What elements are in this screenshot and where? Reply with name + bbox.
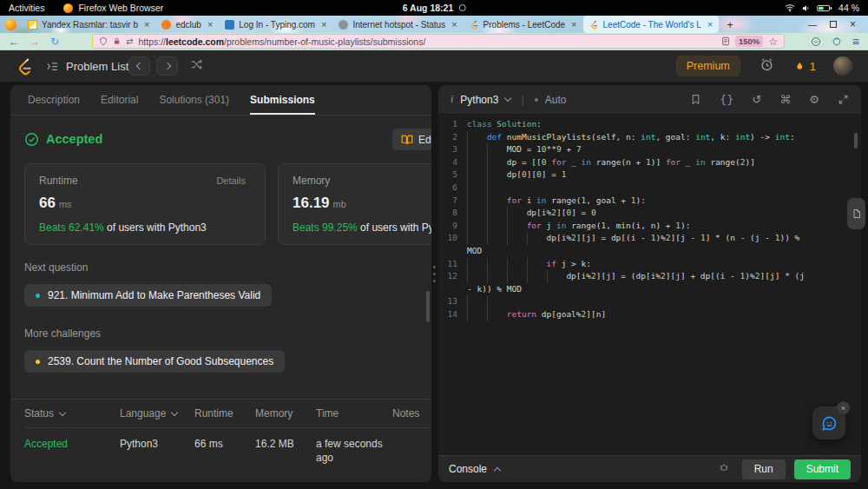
editor-scrollbar[interactable] <box>854 133 858 149</box>
line-number: 7 <box>438 195 467 208</box>
browser-tab-bar: Yandex Rasmlar: tasvir b×edclub×Log In -… <box>0 16 868 33</box>
tab-solutions[interactable]: Solutions (301) <box>148 85 240 115</box>
browser-tab[interactable]: Yandex Rasmlar: tasvir b× <box>22 16 155 33</box>
focused-app-menu[interactable]: Firefox Web Browser <box>63 3 163 13</box>
tab-title: LeetCode - The World's L <box>603 20 701 30</box>
token: , goal + <box>586 195 630 208</box>
pocket-icon[interactable] <box>811 36 821 47</box>
browser-tab[interactable]: Log In - Typing.com× <box>219 16 332 33</box>
column-header[interactable]: Memory <box>255 407 316 420</box>
column-header[interactable]: Time <box>316 407 392 420</box>
prev-problem-button[interactable] <box>128 56 150 76</box>
status-label: Accepted <box>46 132 102 146</box>
line-number: 5 <box>438 169 467 182</box>
code-editor[interactable]: 1class Solution:2def numMusicPlaylists(s… <box>438 114 861 455</box>
indent-guide <box>467 156 487 169</box>
back-button[interactable]: ← <box>9 36 19 47</box>
expand-icon[interactable] <box>838 94 849 105</box>
tab-submissions[interactable]: Submissions <box>240 85 326 115</box>
maximize-button[interactable] <box>830 21 837 28</box>
close-window-button[interactable]: × <box>850 18 856 30</box>
tab-title: Log In - Typing.com <box>239 20 315 30</box>
shortcuts-icon[interactable]: ⌘ <box>779 94 791 105</box>
premium-button[interactable]: Premium <box>676 56 740 76</box>
swap-icon[interactable]: ⇄ <box>126 36 133 46</box>
token: , min(i, n) + <box>606 220 675 233</box>
line-number: 10 <box>438 232 467 245</box>
timer-icon[interactable] <box>760 57 774 76</box>
table-row[interactable]: AcceptedPython366 ms16.2 MBa few seconds… <box>24 428 431 473</box>
zoom-level-badge[interactable]: 150% <box>735 36 763 47</box>
column-header[interactable]: Notes <box>392 407 431 420</box>
bookmark-icon[interactable] <box>690 94 701 105</box>
leetcode-logo-icon[interactable] <box>16 57 34 76</box>
console-toggle[interactable]: Console <box>449 463 500 475</box>
submit-button[interactable]: Submit <box>794 459 851 479</box>
editorial-button[interactable]: Editorial <box>392 129 431 150</box>
language-selector[interactable]: Python3 <box>460 94 498 106</box>
code-line: MOD <box>438 245 861 258</box>
run-button[interactable]: Run <box>742 459 786 479</box>
tab-close-icon[interactable]: × <box>450 20 457 30</box>
token: ] * (n - (j - <box>706 232 775 245</box>
column-header[interactable]: Status <box>24 407 120 420</box>
tab-close-icon[interactable]: × <box>142 20 149 30</box>
shuffle-icon[interactable] <box>190 58 203 75</box>
system-tray[interactable]: 44 % <box>785 3 859 13</box>
token: , goal: <box>655 131 695 144</box>
leftpanel-tabs: DescriptionEditorialSolutions (301)Submi… <box>10 85 431 116</box>
collapsed-description-tab[interactable] <box>847 198 865 229</box>
minimize-button[interactable]: — <box>808 20 817 30</box>
panel-resize-handle[interactable] <box>433 266 436 282</box>
chat-help-button[interactable]: × <box>812 406 845 439</box>
next-question-link[interactable]: 921. Minimum Add to Make Parentheses Val… <box>24 284 272 307</box>
braces-icon[interactable]: {} <box>720 94 734 105</box>
menu-icon[interactable]: ≡ <box>852 36 859 48</box>
avatar[interactable] <box>833 56 852 76</box>
left-panel-scrollbar[interactable] <box>426 291 430 322</box>
clock-menu[interactable]: 6 Aug 18:21 <box>403 3 466 13</box>
cell: a few seconds ago <box>316 437 392 465</box>
browser-tab[interactable]: Internet hotspot - Status× <box>332 16 463 33</box>
url-bar[interactable]: ⇄ https://leetcode.com/problems/number-o… <box>92 34 785 49</box>
shield-icon[interactable] <box>99 36 108 46</box>
tab-description[interactable]: Description <box>17 85 90 115</box>
tab-close-icon[interactable]: × <box>319 20 326 30</box>
forward-button[interactable]: → <box>30 36 40 47</box>
tab-editorial[interactable]: Editorial <box>90 85 148 115</box>
browser-tab[interactable]: Problems - LeetCode× <box>464 16 583 33</box>
firefox-view-icon[interactable] <box>832 36 842 47</box>
token: - k)) % MOD <box>467 283 522 296</box>
chat-close-icon[interactable]: × <box>837 401 850 414</box>
token: ][j - <box>671 232 700 245</box>
new-tab-button[interactable]: + <box>719 18 741 31</box>
challenge-link[interactable]: 2539. Count the Number of Good Subsequen… <box>24 350 285 373</box>
auto-toggle[interactable]: Auto <box>545 94 567 106</box>
runtime-details-link[interactable]: Details <box>216 175 251 186</box>
tab-close-icon[interactable]: × <box>706 20 713 30</box>
settings-icon[interactable]: ⚙ <box>809 94 819 105</box>
activities-button[interactable]: Activities <box>9 3 44 13</box>
browser-tab[interactable]: LeetCode - The World's L× <box>583 16 720 33</box>
browser-tab[interactable]: edclub× <box>155 16 219 33</box>
column-header[interactable]: Language <box>120 407 194 420</box>
url-text[interactable]: https://leetcode.com/problems/number-of-… <box>138 36 716 47</box>
memory-beats-suffix: of users with Python3 <box>358 221 431 234</box>
token: 10 <box>536 143 546 156</box>
lock-icon[interactable] <box>113 36 121 46</box>
firefox-view-button[interactable] <box>5 19 16 30</box>
tab-close-icon[interactable]: × <box>206 20 213 30</box>
column-header[interactable]: Runtime <box>194 407 255 420</box>
token: ) -> <box>750 131 775 144</box>
reset-icon[interactable]: ↺ <box>752 94 761 105</box>
line-number: 8 <box>438 207 467 220</box>
next-problem-button[interactable] <box>156 56 178 76</box>
streak-counter[interactable]: 1 <box>793 60 816 73</box>
reload-button[interactable]: ↻ <box>50 36 59 47</box>
problem-list-button[interactable]: Problem List <box>46 60 128 73</box>
reader-icon[interactable] <box>721 36 730 46</box>
tab-close-icon[interactable]: × <box>569 20 576 30</box>
bug-icon[interactable] <box>718 461 730 477</box>
bookmark-star-icon[interactable]: ☆ <box>768 36 778 48</box>
submissions-table: StatusLanguageRuntimeMemoryTimeNotes Acc… <box>10 399 431 473</box>
